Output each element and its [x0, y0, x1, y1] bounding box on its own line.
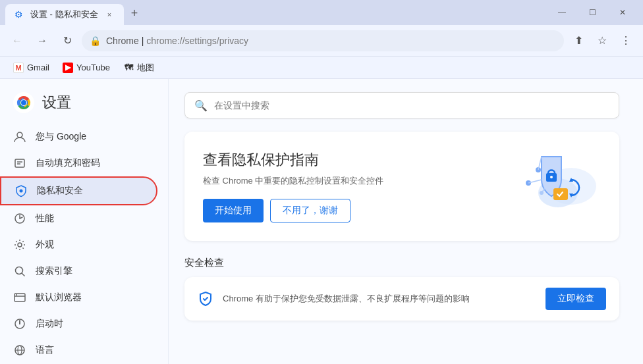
maps-label: 地图 — [137, 62, 154, 74]
bookmark-youtube[interactable]: ▶ YouTube — [57, 60, 115, 76]
performance-icon — [13, 212, 26, 225]
guide-card-buttons: 开始使用 不用了，谢谢 — [203, 199, 495, 222]
maps-favicon: 🗺 — [123, 63, 134, 73]
address-brand: Chrome — [106, 36, 139, 46]
sidebar-item-autofill[interactable]: 自动填充和密码 — [0, 150, 157, 176]
privacy-guide-card: 查看隐私保护指南 检查 Chrome 中重要的隐私控制设置和安全控件 开始使用 … — [184, 132, 619, 241]
sidebar-label-appearance: 外观 — [36, 239, 54, 251]
new-tab-button[interactable]: + — [125, 4, 144, 22]
svg-rect-6 — [15, 159, 24, 167]
sidebar-label-browser: 默认浏览器 — [36, 292, 82, 303]
guide-card-content: 查看隐私保护指南 检查 Chrome 中重要的隐私控制设置和安全控件 开始使用 … — [203, 150, 495, 222]
menu-button[interactable]: ⋮ — [615, 30, 636, 51]
sidebar-item-search[interactable]: 搜索引擎 — [0, 258, 157, 284]
reload-button[interactable]: ↻ — [57, 30, 78, 51]
youtube-label: YouTube — [76, 63, 110, 72]
back-button[interactable]: ← — [7, 30, 28, 51]
guide-card-title: 查看隐私保护指南 — [203, 150, 495, 170]
tab-favicon: ⚙ — [14, 9, 25, 20]
svg-point-5 — [17, 132, 22, 138]
sidebar-item-performance[interactable]: 性能 — [0, 205, 157, 232]
guide-card-description: 检查 Chrome 中重要的隐私控制设置和安全控件 — [203, 175, 495, 187]
privacy-icon — [14, 184, 28, 197]
search-bar[interactable]: 🔍 — [184, 92, 619, 118]
chrome-logo-icon — [13, 92, 34, 113]
shield-illustration — [509, 150, 601, 222]
address-bar[interactable]: 🔒 Chrome | chrome://settings/privacy — [82, 30, 564, 51]
safety-check-heading: 安全检查 — [184, 257, 627, 269]
run-safety-check-button[interactable]: 立即检查 — [545, 288, 606, 310]
safety-shield-icon — [198, 291, 213, 307]
svg-point-16 — [16, 294, 17, 296]
lock-icon: 🔒 — [90, 36, 101, 46]
gmail-label: Gmail — [27, 63, 49, 72]
settings-content: 🔍 查看隐私保护指南 检查 Chrome 中重要的隐私控制设置和安全控件 开始使… — [169, 79, 643, 364]
settings-title: 设置 — [42, 93, 71, 113]
sidebar: 设置 您与 Google 自动填充和密码 隐私和安全 — [0, 79, 169, 364]
window-controls: — ☐ ✕ — [547, 4, 638, 25]
sidebar-label-startup: 启动时 — [36, 318, 63, 330]
svg-point-12 — [16, 267, 23, 274]
bookmark-button[interactable]: ☆ — [592, 30, 613, 51]
sidebar-item-browser[interactable]: 默认浏览器 — [0, 284, 157, 311]
active-tab[interactable]: ⚙ 设置 - 隐私和安全 × — [5, 4, 124, 25]
sidebar-label-language: 语言 — [36, 344, 54, 356]
sidebar-item-privacy[interactable]: 隐私和安全 — [0, 176, 157, 205]
safety-check-card: Chrome 有助于保护您免受数据泄露、不良扩展程序等问题的影响 立即检查 — [184, 277, 619, 321]
google-icon — [13, 130, 26, 143]
sidebar-label-google: 您与 Google — [36, 131, 86, 143]
sidebar-label-privacy: 隐私和安全 — [37, 185, 83, 197]
main-content: 设置 您与 Google 自动填充和密码 隐私和安全 — [0, 79, 643, 364]
search-bar-icon: 🔍 — [194, 99, 208, 112]
address-url: chrome://settings/privacy — [146, 36, 248, 46]
svg-point-25 — [550, 176, 553, 178]
sidebar-item-appearance[interactable]: 外观 — [0, 232, 157, 258]
toolbar-actions: ⬆ ☆ ⋮ — [568, 30, 636, 51]
youtube-favicon: ▶ — [63, 63, 73, 73]
get-started-button[interactable]: 开始使用 — [203, 199, 264, 222]
close-window-button[interactable]: ✕ — [607, 4, 638, 21]
sidebar-label-performance: 性能 — [36, 213, 54, 224]
tab-bar: ⚙ 设置 - 隐私和安全 × + — ☐ ✕ — [0, 0, 643, 25]
maximize-button[interactable]: ☐ — [577, 4, 607, 21]
autofill-icon — [13, 157, 26, 170]
no-thanks-button[interactable]: 不用了，谢谢 — [270, 199, 350, 222]
svg-line-13 — [22, 274, 25, 276]
svg-point-11 — [18, 243, 22, 247]
bookmark-gmail[interactable]: M Gmail — [8, 60, 55, 76]
svg-point-4 — [21, 100, 26, 105]
address-text: Chrome | chrome://settings/privacy — [106, 36, 556, 46]
browser-toolbar: ← → ↻ 🔒 Chrome | chrome://settings/priva… — [0, 25, 643, 57]
bookmarks-bar: M Gmail ▶ YouTube 🗺 地图 — [0, 57, 643, 79]
settings-logo: 设置 — [0, 87, 168, 124]
appearance-icon — [13, 238, 26, 251]
tab-label: 设置 - 隐私和安全 — [30, 9, 99, 20]
gmail-favicon: M — [13, 63, 24, 73]
language-icon — [13, 344, 26, 357]
sidebar-label-autofill: 自动填充和密码 — [36, 157, 100, 169]
startup-icon — [13, 317, 26, 330]
svg-point-9 — [20, 190, 23, 193]
browser-icon — [13, 291, 26, 304]
sidebar-item-language[interactable]: 语言 — [0, 337, 157, 363]
sidebar-label-search: 搜索引擎 — [36, 265, 72, 277]
sidebar-item-startup[interactable]: 启动时 — [0, 311, 157, 337]
minimize-button[interactable]: — — [547, 4, 577, 21]
forward-button[interactable]: → — [32, 30, 53, 51]
search-icon — [13, 265, 26, 278]
bookmark-maps[interactable]: 🗺 地图 — [118, 59, 159, 76]
share-button[interactable]: ⬆ — [568, 30, 589, 51]
safety-check-text: Chrome 有助于保护您免受数据泄露、不良扩展程序等问题的影响 — [223, 293, 536, 305]
sidebar-item-google[interactable]: 您与 Google — [0, 124, 157, 150]
search-input[interactable] — [214, 100, 609, 111]
tab-close-button[interactable]: × — [104, 9, 115, 20]
